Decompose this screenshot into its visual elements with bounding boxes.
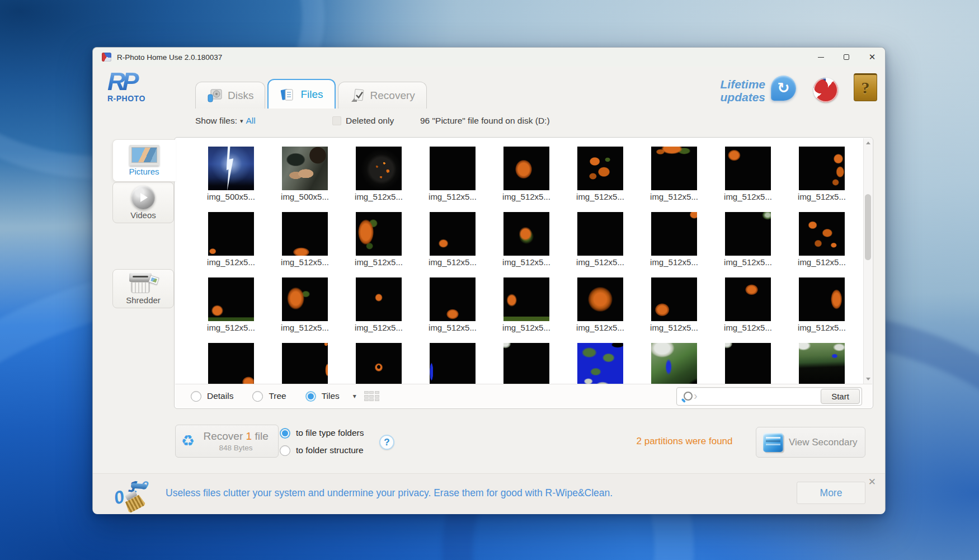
vertical-scrollbar[interactable] [863, 138, 872, 384]
file-tile[interactable]: img_512x5... [637, 212, 711, 277]
file-thumbnail[interactable] [725, 212, 771, 256]
tiles-radio[interactable] [305, 391, 316, 402]
file-tile[interactable]: img_512x5... [342, 147, 416, 212]
file-tile[interactable]: img_500x5... [268, 147, 342, 212]
file-thumbnail[interactable] [208, 343, 254, 384]
file-thumbnail[interactable] [208, 277, 254, 321]
file-thumbnail[interactable] [725, 277, 771, 321]
tab-files[interactable]: Files [267, 79, 335, 109]
file-tile[interactable]: img_512x5... [194, 212, 268, 277]
file-tile[interactable]: img_512x5... [785, 147, 859, 212]
file-thumbnail[interactable] [282, 277, 328, 321]
folder-structure-radio[interactable] [280, 445, 290, 456]
file-tile[interactable]: img_512x5... [711, 277, 785, 343]
scrollbar-thumb[interactable] [865, 194, 871, 260]
file-type-folders-radio[interactable] [280, 428, 290, 439]
file-thumbnail[interactable] [651, 147, 697, 190]
details-radio[interactable] [191, 391, 201, 402]
file-thumbnail[interactable] [799, 212, 845, 256]
file-tile[interactable] [563, 343, 637, 384]
file-tile[interactable]: img_512x5... [563, 212, 637, 277]
sidebar-item-pictures[interactable]: Pictures [112, 139, 176, 182]
tiles-dropdown-caret[interactable]: ▾ [353, 392, 356, 400]
sidebar-item-videos[interactable]: Videos [112, 182, 174, 223]
view-option-details[interactable]: Details [191, 391, 233, 402]
search-box[interactable]: › Start [676, 387, 862, 406]
show-files-control[interactable]: Show files: ▾ All [195, 116, 256, 126]
file-tile[interactable]: img_512x5... [194, 277, 268, 343]
dest-option-file-type-folders[interactable]: to file type folders [280, 426, 364, 440]
maximize-button[interactable] [834, 48, 859, 67]
tab-recovery[interactable]: Recovery [338, 82, 427, 109]
file-thumbnail[interactable] [208, 212, 254, 256]
file-thumbnail[interactable] [430, 343, 476, 384]
file-thumbnail[interactable] [282, 212, 328, 256]
banner-close-icon[interactable]: ✕ [868, 476, 876, 488]
file-tile[interactable] [268, 343, 342, 384]
file-tile[interactable]: img_512x5... [637, 277, 711, 343]
file-thumbnail[interactable] [430, 212, 476, 256]
file-thumbnail[interactable] [577, 147, 623, 190]
deleted-only-checkbox[interactable] [332, 116, 341, 125]
view-option-tiles[interactable]: Tiles [305, 391, 340, 402]
language-flags-icon[interactable] [813, 78, 838, 102]
help-icon[interactable]: ? [854, 73, 877, 101]
destination-help-icon[interactable]: ? [379, 435, 394, 450]
file-tile[interactable]: img_512x5... [785, 277, 859, 343]
start-search-button[interactable]: Start [821, 389, 860, 404]
recover-button[interactable]: ♻ Recover 1 file 848 Bytes [175, 425, 279, 458]
file-thumbnail[interactable] [503, 277, 549, 321]
file-tile[interactable]: img_512x5... [711, 212, 785, 277]
file-thumbnail[interactable] [651, 277, 697, 321]
file-thumbnail[interactable] [503, 212, 549, 256]
file-tile[interactable]: img_512x5... [416, 147, 489, 212]
tree-radio[interactable] [252, 391, 263, 402]
search-input[interactable] [700, 391, 821, 402]
file-thumbnail[interactable] [208, 147, 254, 190]
file-tile[interactable]: img_512x5... [416, 212, 489, 277]
file-tile[interactable]: img_512x5... [637, 147, 711, 212]
scroll-down-arrow[interactable] [864, 374, 873, 384]
file-thumbnail[interactable] [356, 343, 402, 384]
file-tile[interactable]: img_500x5... [194, 147, 268, 212]
file-thumbnail[interactable] [356, 277, 402, 321]
show-files-value[interactable]: All [246, 116, 255, 126]
file-thumbnail[interactable] [577, 212, 623, 256]
file-tile[interactable]: img_512x5... [489, 277, 563, 343]
scroll-up-arrow[interactable] [864, 138, 873, 148]
file-tile[interactable]: img_512x5... [785, 212, 859, 277]
file-thumbnail[interactable] [282, 343, 328, 384]
file-tile[interactable] [711, 343, 785, 384]
view-option-tree[interactable]: Tree [252, 391, 286, 402]
file-tile[interactable] [785, 343, 859, 384]
file-tile[interactable] [489, 343, 563, 384]
file-thumbnail[interactable] [651, 212, 697, 256]
deleted-only-control[interactable]: Deleted only [332, 116, 394, 126]
file-thumbnail[interactable] [651, 343, 697, 384]
file-tile[interactable]: img_512x5... [563, 277, 637, 343]
tab-disks[interactable]: Disks [195, 82, 265, 109]
file-tile[interactable]: img_512x5... [342, 277, 416, 343]
file-tile[interactable] [194, 343, 268, 384]
close-button[interactable]: ✕ [859, 48, 885, 67]
file-tile[interactable]: img_512x5... [563, 147, 637, 212]
file-thumbnail[interactable] [577, 343, 623, 384]
file-tile[interactable]: img_512x5... [489, 147, 563, 212]
file-tile[interactable]: img_512x5... [342, 212, 416, 277]
dest-option-folder-structure[interactable]: to folder structure [280, 443, 364, 458]
update-refresh-icon[interactable]: ↻ [771, 76, 796, 101]
file-thumbnail[interactable] [725, 147, 771, 190]
file-tile[interactable]: img_512x5... [416, 277, 489, 343]
file-thumbnail[interactable] [430, 277, 476, 321]
file-tile[interactable]: img_512x5... [268, 212, 342, 277]
view-secondary-button[interactable]: View Secondary [756, 427, 865, 458]
file-thumbnail[interactable] [430, 147, 476, 190]
file-tile[interactable] [416, 343, 489, 384]
minimize-button[interactable] [808, 48, 834, 67]
file-thumbnail[interactable] [503, 343, 549, 384]
file-tile[interactable]: img_512x5... [268, 277, 342, 343]
file-tile[interactable] [637, 343, 711, 384]
file-tile[interactable]: img_512x5... [489, 212, 563, 277]
file-thumbnail[interactable] [356, 212, 402, 256]
file-thumbnail[interactable] [356, 147, 402, 190]
